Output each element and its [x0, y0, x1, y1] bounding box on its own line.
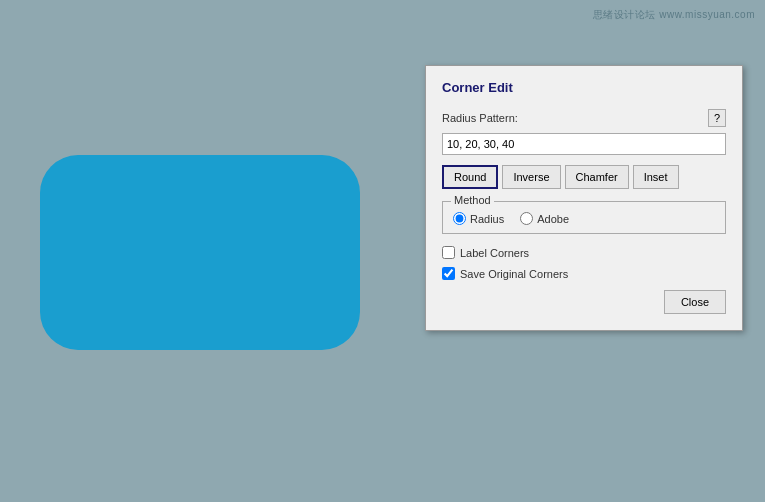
- label-corners-checkbox[interactable]: [442, 246, 455, 259]
- radius-pattern-label: Radius Pattern:: [442, 112, 708, 124]
- chamfer-button[interactable]: Chamfer: [565, 165, 629, 189]
- adobe-radio[interactable]: [520, 212, 533, 225]
- radius-pattern-input[interactable]: [442, 133, 726, 155]
- radius-radio[interactable]: [453, 212, 466, 225]
- corner-edit-dialog: Corner Edit Radius Pattern: ? Round Inve…: [425, 65, 743, 331]
- label-corners-label: Label Corners: [460, 247, 529, 259]
- close-button[interactable]: Close: [664, 290, 726, 314]
- dialog-title: Corner Edit: [442, 80, 726, 95]
- inverse-button[interactable]: Inverse: [502, 165, 560, 189]
- help-button[interactable]: ?: [708, 109, 726, 127]
- radius-radio-label: Radius: [470, 213, 504, 225]
- radius-radio-item[interactable]: Radius: [453, 212, 504, 225]
- label-corners-row: Label Corners: [442, 246, 726, 259]
- watermark: 思绪设计论坛 www.missyuan.com: [593, 8, 755, 22]
- corner-type-buttons: Round Inverse Chamfer Inset: [442, 165, 726, 189]
- preview-shape: [40, 155, 360, 350]
- round-button[interactable]: Round: [442, 165, 498, 189]
- save-original-checkbox[interactable]: [442, 267, 455, 280]
- adobe-radio-item[interactable]: Adobe: [520, 212, 569, 225]
- method-group-legend: Method: [451, 194, 494, 206]
- method-group: Method Radius Adobe: [442, 201, 726, 234]
- save-original-row: Save Original Corners: [442, 267, 726, 280]
- save-original-label: Save Original Corners: [460, 268, 568, 280]
- adobe-radio-label: Adobe: [537, 213, 569, 225]
- inset-button[interactable]: Inset: [633, 165, 679, 189]
